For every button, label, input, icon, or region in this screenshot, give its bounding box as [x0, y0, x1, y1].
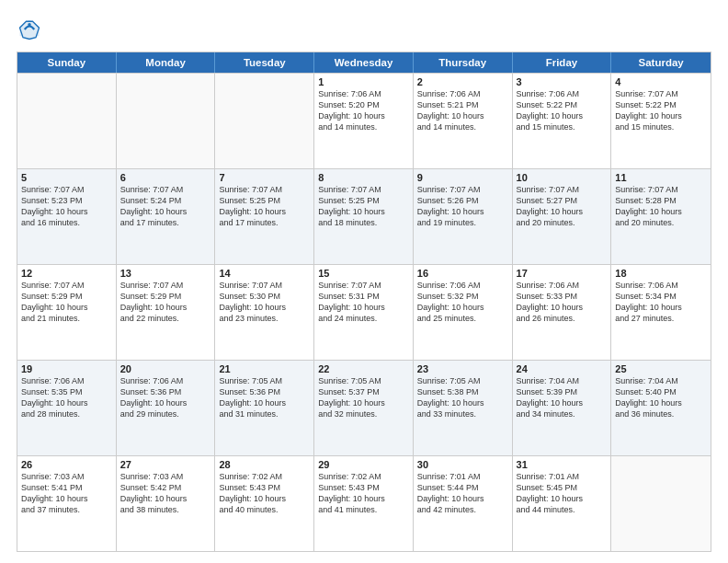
- calendar: SundayMondayTuesdayWednesdayThursdayFrid…: [17, 52, 711, 552]
- calendar-cell: 14Sunrise: 7:07 AM Sunset: 5:30 PM Dayli…: [215, 265, 314, 360]
- calendar-row: 5Sunrise: 7:07 AM Sunset: 5:23 PM Daylig…: [17, 168, 711, 264]
- calendar-cell: 27Sunrise: 7:03 AM Sunset: 5:42 PM Dayli…: [117, 456, 216, 551]
- page: SundayMondayTuesdayWednesdayThursdayFrid…: [0, 0, 728, 563]
- day-number: 28: [219, 459, 310, 470]
- day-number: 17: [517, 268, 608, 279]
- calendar-cell: 16Sunrise: 7:06 AM Sunset: 5:32 PM Dayli…: [414, 265, 513, 360]
- calendar-row: 26Sunrise: 7:03 AM Sunset: 5:41 PM Dayli…: [17, 455, 711, 551]
- cell-detail: Sunrise: 7:04 AM Sunset: 5:39 PM Dayligh…: [517, 375, 608, 420]
- cell-detail: Sunrise: 7:05 AM Sunset: 5:37 PM Dayligh…: [318, 375, 409, 420]
- logo-icon: [17, 17, 42, 42]
- weekday-header: Thursday: [414, 52, 513, 73]
- cell-detail: Sunrise: 7:06 AM Sunset: 5:22 PM Dayligh…: [517, 88, 608, 133]
- day-number: 2: [417, 76, 508, 87]
- calendar-cell: 1Sunrise: 7:06 AM Sunset: 5:20 PM Daylig…: [314, 74, 414, 168]
- cell-detail: Sunrise: 7:07 AM Sunset: 5:29 PM Dayligh…: [120, 280, 211, 325]
- cell-detail: Sunrise: 7:06 AM Sunset: 5:20 PM Dayligh…: [318, 88, 409, 133]
- calendar-cell: 17Sunrise: 7:06 AM Sunset: 5:33 PM Dayli…: [513, 265, 612, 360]
- calendar-cell: 20Sunrise: 7:06 AM Sunset: 5:36 PM Dayli…: [117, 361, 216, 455]
- day-number: 22: [318, 363, 409, 374]
- cell-detail: Sunrise: 7:07 AM Sunset: 5:26 PM Dayligh…: [417, 184, 508, 229]
- day-number: 11: [615, 172, 707, 183]
- cell-detail: Sunrise: 7:06 AM Sunset: 5:32 PM Dayligh…: [417, 280, 508, 325]
- day-number: 8: [318, 172, 409, 183]
- calendar-cell: 18Sunrise: 7:06 AM Sunset: 5:34 PM Dayli…: [611, 265, 711, 360]
- calendar-cell: 13Sunrise: 7:07 AM Sunset: 5:29 PM Dayli…: [117, 265, 216, 360]
- cell-detail: Sunrise: 7:07 AM Sunset: 5:25 PM Dayligh…: [318, 184, 409, 229]
- day-number: 27: [120, 459, 211, 470]
- calendar-cell: 28Sunrise: 7:02 AM Sunset: 5:43 PM Dayli…: [215, 456, 314, 551]
- calendar-cell: 4Sunrise: 7:07 AM Sunset: 5:22 PM Daylig…: [611, 74, 711, 168]
- day-number: 16: [417, 268, 508, 279]
- cell-detail: Sunrise: 7:07 AM Sunset: 5:28 PM Dayligh…: [615, 184, 707, 229]
- day-number: 9: [417, 172, 508, 183]
- calendar-cell: 15Sunrise: 7:07 AM Sunset: 5:31 PM Dayli…: [314, 265, 414, 360]
- calendar-cell: 12Sunrise: 7:07 AM Sunset: 5:29 PM Dayli…: [17, 265, 117, 360]
- weekday-header: Tuesday: [215, 52, 314, 73]
- day-number: 30: [417, 459, 508, 470]
- day-number: 1: [318, 76, 409, 87]
- day-number: 21: [219, 363, 310, 374]
- calendar-cell: 6Sunrise: 7:07 AM Sunset: 5:24 PM Daylig…: [117, 169, 216, 264]
- logo: [17, 17, 46, 42]
- weekday-header: Monday: [117, 52, 216, 73]
- day-number: 13: [120, 268, 211, 279]
- day-number: 14: [219, 268, 310, 279]
- cell-detail: Sunrise: 7:06 AM Sunset: 5:36 PM Dayligh…: [120, 375, 211, 420]
- calendar-cell: 19Sunrise: 7:06 AM Sunset: 5:35 PM Dayli…: [17, 361, 117, 455]
- day-number: 18: [615, 268, 707, 279]
- calendar-cell: 2Sunrise: 7:06 AM Sunset: 5:21 PM Daylig…: [414, 74, 513, 168]
- weekday-header: Sunday: [17, 52, 117, 73]
- day-number: 23: [417, 363, 508, 374]
- cell-detail: Sunrise: 7:07 AM Sunset: 5:27 PM Dayligh…: [517, 184, 608, 229]
- day-number: 26: [21, 459, 112, 470]
- day-number: 15: [318, 268, 409, 279]
- cell-detail: Sunrise: 7:05 AM Sunset: 5:38 PM Dayligh…: [417, 375, 508, 420]
- calendar-cell: 24Sunrise: 7:04 AM Sunset: 5:39 PM Dayli…: [513, 361, 612, 455]
- calendar-cell: 31Sunrise: 7:01 AM Sunset: 5:45 PM Dayli…: [513, 456, 612, 551]
- day-number: 12: [21, 268, 112, 279]
- calendar-cell: 9Sunrise: 7:07 AM Sunset: 5:26 PM Daylig…: [414, 169, 513, 264]
- day-number: 24: [517, 363, 608, 374]
- calendar-cell: 7Sunrise: 7:07 AM Sunset: 5:25 PM Daylig…: [215, 169, 314, 264]
- weekday-header: Friday: [513, 52, 612, 73]
- calendar-cell: 29Sunrise: 7:02 AM Sunset: 5:43 PM Dayli…: [314, 456, 414, 551]
- day-number: 5: [21, 172, 112, 183]
- calendar-cell: 21Sunrise: 7:05 AM Sunset: 5:36 PM Dayli…: [215, 361, 314, 455]
- calendar-cell: 8Sunrise: 7:07 AM Sunset: 5:25 PM Daylig…: [314, 169, 414, 264]
- cell-detail: Sunrise: 7:03 AM Sunset: 5:41 PM Dayligh…: [21, 471, 112, 516]
- calendar-row: 1Sunrise: 7:06 AM Sunset: 5:20 PM Daylig…: [17, 73, 711, 168]
- calendar-cell: 3Sunrise: 7:06 AM Sunset: 5:22 PM Daylig…: [513, 74, 612, 168]
- empty-cell: [17, 74, 117, 168]
- calendar-cell: 5Sunrise: 7:07 AM Sunset: 5:23 PM Daylig…: [17, 169, 117, 264]
- cell-detail: Sunrise: 7:06 AM Sunset: 5:34 PM Dayligh…: [615, 280, 707, 325]
- calendar-cell: 26Sunrise: 7:03 AM Sunset: 5:41 PM Dayli…: [17, 456, 117, 551]
- cell-detail: Sunrise: 7:07 AM Sunset: 5:23 PM Dayligh…: [21, 184, 112, 229]
- day-number: 3: [517, 76, 608, 87]
- day-number: 31: [517, 459, 608, 470]
- day-number: 19: [21, 363, 112, 374]
- cell-detail: Sunrise: 7:07 AM Sunset: 5:22 PM Dayligh…: [615, 88, 707, 133]
- calendar-row: 12Sunrise: 7:07 AM Sunset: 5:29 PM Dayli…: [17, 264, 711, 360]
- calendar-cell: 22Sunrise: 7:05 AM Sunset: 5:37 PM Dayli…: [314, 361, 414, 455]
- empty-cell: [611, 456, 711, 551]
- header: [17, 17, 711, 42]
- cell-detail: Sunrise: 7:07 AM Sunset: 5:29 PM Dayligh…: [21, 280, 112, 325]
- calendar-cell: 23Sunrise: 7:05 AM Sunset: 5:38 PM Dayli…: [414, 361, 513, 455]
- cell-detail: Sunrise: 7:06 AM Sunset: 5:33 PM Dayligh…: [517, 280, 608, 325]
- calendar-body: 1Sunrise: 7:06 AM Sunset: 5:20 PM Daylig…: [17, 73, 711, 551]
- cell-detail: Sunrise: 7:01 AM Sunset: 5:44 PM Dayligh…: [417, 471, 508, 516]
- day-number: 6: [120, 172, 211, 183]
- calendar-cell: 11Sunrise: 7:07 AM Sunset: 5:28 PM Dayli…: [611, 169, 711, 264]
- cell-detail: Sunrise: 7:02 AM Sunset: 5:43 PM Dayligh…: [219, 471, 310, 516]
- day-number: 25: [615, 363, 707, 374]
- cell-detail: Sunrise: 7:01 AM Sunset: 5:45 PM Dayligh…: [517, 471, 608, 516]
- cell-detail: Sunrise: 7:04 AM Sunset: 5:40 PM Dayligh…: [615, 375, 707, 420]
- empty-cell: [215, 74, 314, 168]
- day-number: 20: [120, 363, 211, 374]
- cell-detail: Sunrise: 7:07 AM Sunset: 5:31 PM Dayligh…: [318, 280, 409, 325]
- cell-detail: Sunrise: 7:03 AM Sunset: 5:42 PM Dayligh…: [120, 471, 211, 516]
- cell-detail: Sunrise: 7:07 AM Sunset: 5:30 PM Dayligh…: [219, 280, 310, 325]
- cell-detail: Sunrise: 7:07 AM Sunset: 5:24 PM Dayligh…: [120, 184, 211, 229]
- empty-cell: [117, 74, 216, 168]
